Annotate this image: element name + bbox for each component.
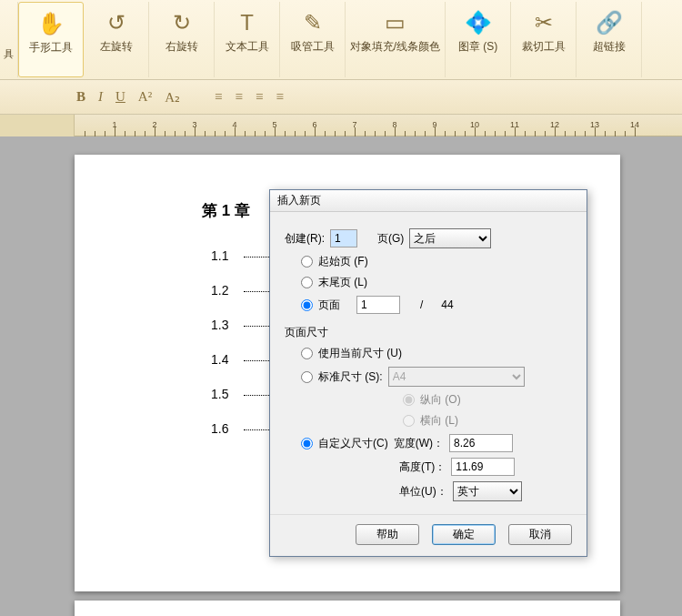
end-page-radio[interactable] <box>301 277 313 288</box>
use-current-label: 使用当前尺寸 (U) <box>318 346 402 361</box>
toc-number: 1.3 <box>211 318 244 332</box>
italic-button[interactable]: I <box>98 89 103 105</box>
portrait-radio[interactable] <box>403 394 415 406</box>
text-tool-button[interactable]: T文本工具 <box>215 2 280 77</box>
cancel-button[interactable]: 取消 <box>508 524 572 545</box>
align-center-button[interactable]: ≡ <box>236 89 243 105</box>
toc-number: 1.5 <box>211 387 244 401</box>
create-count-input[interactable] <box>330 229 357 247</box>
total-pages: 44 <box>441 298 453 311</box>
width-label: 宽度(W)： <box>394 436 444 451</box>
crop-tool-button[interactable]: ✂裁切工具 <box>511 2 577 77</box>
unit-select[interactable]: 英寸 <box>453 481 522 501</box>
landscape-label: 横向 (L) <box>420 413 458 429</box>
page-size-label: 页面尺寸 <box>285 325 572 340</box>
page-g-label: 页(G) <box>377 231 404 247</box>
superscript-button[interactable]: A² <box>138 89 152 105</box>
height-label: 高度(T)： <box>399 459 446 475</box>
rotate-left-icon: ↺ <box>107 9 125 36</box>
ribbon-prev-fragment: 具 <box>0 2 18 77</box>
stamp-button[interactable]: 💠图章 (S) <box>446 2 511 77</box>
width-input[interactable] <box>449 434 513 452</box>
hand-tool-button[interactable]: ✋手形工具 <box>18 2 84 77</box>
align-left-button[interactable]: ≡ <box>215 89 222 105</box>
toc-number: 1.2 <box>211 283 244 298</box>
eyedropper-icon: ✎ <box>304 9 322 36</box>
custom-size-radio[interactable] <box>301 438 313 449</box>
standard-size-radio[interactable] <box>301 371 313 383</box>
start-page-label: 起始页 (F) <box>318 254 368 269</box>
format-toolbar: B I U A² A₂ ≡ ≡ ≡ ≡ <box>0 80 682 115</box>
ok-button[interactable]: 确定 <box>432 524 496 545</box>
eyedropper-tool-button[interactable]: ✎吸管工具 <box>280 2 346 77</box>
align-right-button[interactable]: ≡ <box>256 89 263 105</box>
page-number-input[interactable] <box>356 296 400 314</box>
text-icon: T <box>240 9 254 36</box>
position-select[interactable]: 之后 <box>409 228 491 248</box>
fill-icon: ▭ <box>385 9 406 36</box>
underline-button[interactable]: U <box>115 89 125 105</box>
hand-icon: ✋ <box>37 10 65 37</box>
rotate-left-button[interactable]: ↺左旋转 <box>84 2 149 77</box>
toc-number: 1.4 <box>211 352 244 367</box>
rotate-right-icon: ↻ <box>173 9 191 36</box>
ribbon-toolbar: 具 ✋手形工具 ↺左旋转 ↻右旋转 T文本工具 ✎吸管工具 ▭对象填充/线条颜色… <box>0 0 682 80</box>
bold-button[interactable]: B <box>76 89 85 105</box>
portrait-label: 纵向 (O) <box>420 392 461 408</box>
rotate-right-button[interactable]: ↻右旋转 <box>149 2 215 77</box>
slash: / <box>420 298 423 311</box>
custom-size-label: 自定义尺寸(C) <box>318 436 388 451</box>
start-page-radio[interactable] <box>301 256 313 268</box>
dialog-title: 插入新页 <box>270 190 587 212</box>
page-next <box>75 601 620 616</box>
create-label: 创建(R): <box>285 231 325 247</box>
help-button[interactable]: 帮助 <box>356 524 419 545</box>
unit-label: 单位(U)： <box>399 484 447 500</box>
end-page-label: 末尾页 (L) <box>318 275 367 290</box>
toc-number: 1.6 <box>211 421 244 436</box>
toc-number: 1.1 <box>211 248 244 263</box>
page-number-radio[interactable] <box>301 299 313 311</box>
horizontal-ruler: 1234567891011121314 <box>0 115 682 136</box>
fill-stroke-button[interactable]: ▭对象填充/线条颜色 <box>346 2 446 77</box>
stamp-icon: 💠 <box>465 9 492 36</box>
standard-size-label: 标准尺寸 (S): <box>318 369 383 385</box>
subscript-button[interactable]: A₂ <box>165 89 180 106</box>
height-input[interactable] <box>451 458 515 476</box>
hyperlink-button[interactable]: 🔗超链接 <box>577 2 642 77</box>
landscape-radio[interactable] <box>403 415 415 427</box>
standard-size-select[interactable]: A4 <box>388 367 525 387</box>
insert-page-dialog: 插入新页 创建(R): 页(G) 之后 起始页 (F) 末尾页 (L) 页面 /… <box>269 189 587 557</box>
crop-icon: ✂ <box>535 9 553 36</box>
align-justify-button[interactable]: ≡ <box>276 89 283 105</box>
page-label: 页面 <box>318 298 351 313</box>
use-current-size-radio[interactable] <box>301 348 313 359</box>
link-icon: 🔗 <box>596 9 623 36</box>
